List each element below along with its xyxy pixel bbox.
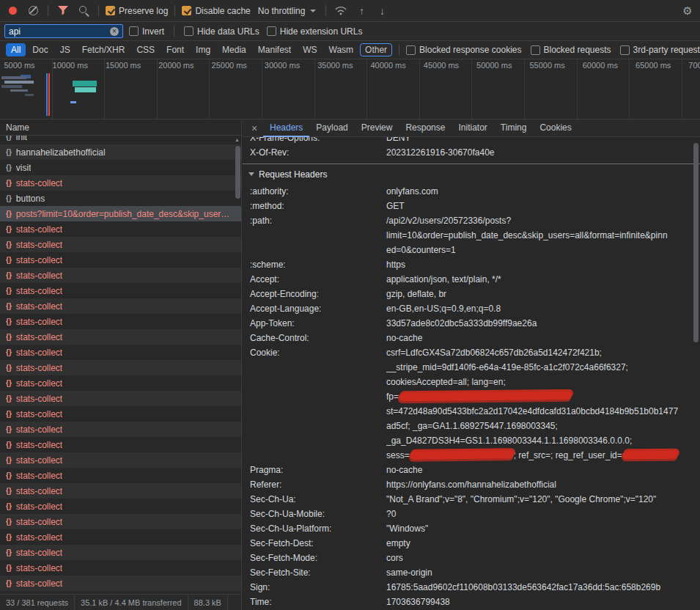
scrollbar-thumb[interactable]: [235, 146, 240, 199]
filter-chip-img[interactable]: Img: [191, 43, 215, 56]
filter-chip-fetch-xhr[interactable]: Fetch/XHR: [77, 43, 130, 56]
clear-filter-icon[interactable]: ×: [110, 27, 119, 36]
header-name: App-Token:: [243, 316, 386, 331]
filter-toggle-button[interactable]: [55, 3, 71, 19]
filter-chip-font[interactable]: Font: [161, 43, 189, 56]
tab-timing[interactable]: Timing: [494, 120, 534, 137]
filter-chip-other[interactable]: Other: [360, 43, 392, 56]
network-request-row[interactable]: {}stats-collect: [0, 499, 241, 514]
settings-button[interactable]: ⚙: [679, 3, 696, 19]
filter-chip-manifest[interactable]: Manifest: [253, 43, 296, 56]
tab-initiator[interactable]: Initiator: [452, 120, 493, 137]
timeline-label: 35000 ms: [317, 59, 370, 72]
network-conditions-button[interactable]: [333, 3, 349, 19]
close-details-button[interactable]: ×: [247, 122, 262, 134]
header-value-line: DENY: [386, 137, 687, 145]
name-column-header[interactable]: Name: [0, 120, 241, 136]
filter-chip-media[interactable]: Media: [217, 43, 251, 56]
network-request-row[interactable]: {}hannahelizabethofficial: [0, 144, 241, 160]
network-request-row[interactable]: {}stats-collect: [0, 237, 241, 252]
network-request-row[interactable]: {}posts?limit=10&order=publish_date_desc…: [0, 206, 241, 221]
header-name: Accept-Language:: [243, 301, 386, 316]
header-name: X-Of-Rev:: [243, 145, 386, 160]
tab-payload[interactable]: Payload: [309, 120, 354, 137]
disable-cache-checkbox[interactable]: Disable cache: [182, 6, 250, 16]
throttling-dropdown[interactable]: No throttling: [255, 6, 320, 16]
network-request-row[interactable]: {}stats-collect: [0, 329, 241, 345]
scroll-up-icon[interactable]: ▲: [234, 137, 240, 142]
request-headers-section[interactable]: Request Headers: [243, 164, 700, 184]
header-value: https: [386, 257, 700, 272]
network-request-row[interactable]: {}stats-collect: [0, 422, 241, 437]
network-request-row[interactable]: {}stats-collect: [0, 452, 241, 468]
network-request-row[interactable]: {}stats-collect: [0, 221, 241, 237]
clear-button[interactable]: [25, 3, 41, 19]
network-request-row[interactable]: {}stats-collect: [0, 314, 241, 329]
waterfall-bar: [10, 89, 28, 92]
header-value: en-GB,en-US;q=0.9,en;q=0.8: [386, 301, 700, 316]
filter-chip-all[interactable]: All: [6, 43, 26, 56]
file-icon: {}: [6, 194, 12, 202]
request-list-scrollbar[interactable]: ▲: [234, 136, 241, 594]
file-icon: {}: [6, 210, 12, 218]
network-request-row[interactable]: {}stats-collect: [0, 545, 241, 560]
network-request-row[interactable]: {}stats-collect: [0, 514, 241, 529]
network-request-row[interactable]: {}stats-collect: [0, 468, 241, 483]
hide-extension-urls-checkbox[interactable]: Hide extension URLs: [267, 26, 363, 37]
status-segment: 35.1 kB / 4.4 MB transferred: [75, 595, 188, 610]
network-request-row[interactable]: {}stats-collect: [0, 375, 241, 391]
timeline-overview[interactable]: 5000 ms10000 ms15000 ms20000 ms25000 ms3…: [0, 59, 700, 120]
invert-checkbox[interactable]: Invert: [129, 26, 164, 37]
network-request-row[interactable]: {}visit: [0, 160, 241, 175]
network-request-row[interactable]: {}stats-collect: [0, 298, 241, 314]
network-request-row[interactable]: {}stats-collect: [0, 283, 241, 298]
network-request-row[interactable]: {}stats-collect: [0, 175, 241, 191]
network-request-row[interactable]: {}stats-collect: [0, 529, 241, 545]
network-request-row[interactable]: {}stats-collect: [0, 391, 241, 406]
request-name: hannahelizabethofficial: [16, 147, 106, 158]
network-request-row[interactable]: {}stats-collect: [0, 345, 241, 360]
gear-icon: ⚙: [682, 4, 692, 18]
blocked-requests-checkbox[interactable]: Blocked requests: [531, 45, 611, 55]
tab-response[interactable]: Response: [399, 120, 452, 137]
details-scrollbar-thumb[interactable]: [693, 143, 699, 342]
import-har-button[interactable]: ↑: [353, 3, 369, 19]
filter-chip-ws[interactable]: WS: [298, 43, 322, 56]
blocked-response-cookies-checkbox[interactable]: Blocked response cookies: [406, 45, 521, 55]
network-request-row[interactable]: {}stats-collect: [0, 576, 241, 591]
file-icon: {}: [6, 148, 12, 156]
filter-chip-wasm[interactable]: Wasm: [324, 43, 359, 56]
checkbox-box: [182, 6, 191, 15]
tab-preview[interactable]: Preview: [355, 120, 399, 137]
filter-chip-css[interactable]: CSS: [131, 43, 160, 56]
network-request-row[interactable]: {}init: [0, 136, 241, 144]
status-segment: 88.3 kB: [188, 595, 228, 610]
network-request-row[interactable]: {}buttons: [0, 191, 241, 206]
network-request-row[interactable]: {}stats-collect: [0, 437, 241, 452]
section-label: Request Headers: [259, 169, 327, 180]
header-value-line: 16785:5aad9602cf110608b03133de563642fac1…: [386, 580, 687, 595]
network-request-row[interactable]: {}stats-collect: [0, 252, 241, 268]
3rd-party-requests-checkbox[interactable]: 3rd-party requests: [620, 45, 700, 55]
network-request-row[interactable]: {}stats-collect: [0, 360, 241, 375]
tab-cookies[interactable]: Cookies: [533, 120, 578, 137]
tab-headers[interactable]: Headers: [263, 120, 309, 137]
network-request-row[interactable]: {}stats-collect: [0, 406, 241, 422]
waterfall-bar: [75, 87, 96, 92]
preserve-log-checkbox[interactable]: Preserve log: [106, 6, 168, 16]
file-icon: {}: [6, 240, 12, 249]
search-button[interactable]: [75, 3, 92, 19]
network-request-row[interactable]: {}stats-collect: [0, 560, 241, 576]
network-request-row[interactable]: {}stats-collect: [0, 483, 241, 499]
filter-chip-js[interactable]: JS: [55, 43, 75, 56]
header-value: no-cache: [386, 331, 700, 345]
export-har-button[interactable]: ↓: [374, 3, 390, 19]
header-row: Accept-Language:en-GB,en-US;q=0.9,en;q=0…: [243, 301, 700, 316]
header-value-line: ad5cf; _ga=GA1.1.689275447.1698003345;: [386, 419, 687, 433]
filter-chip-doc[interactable]: Doc: [27, 43, 53, 56]
record-button[interactable]: [4, 3, 21, 19]
hide-data-urls-checkbox[interactable]: Hide data URLs: [184, 26, 259, 37]
filter-input[interactable]: api ×: [4, 24, 123, 38]
request-name: stats-collect: [16, 548, 62, 558]
network-request-row[interactable]: {}stats-collect: [0, 268, 241, 283]
